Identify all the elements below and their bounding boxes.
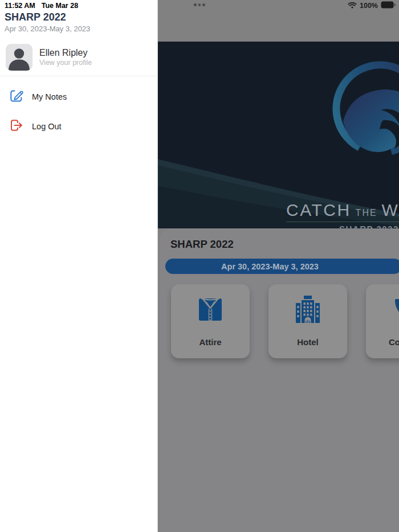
avatar: [6, 44, 32, 71]
menu-item-log-out[interactable]: Log Out: [9, 118, 62, 135]
logout-icon: [9, 118, 24, 135]
status-date: Tue Mar 28: [42, 2, 78, 10]
menu-item-label: My Notes: [32, 92, 67, 101]
side-drawer: 11:52 AM Tue Mar 28 SHARP 2022 Apr 30, 2…: [0, 0, 158, 532]
profile-row[interactable]: Ellen Ripley View your profile: [6, 44, 152, 71]
menu-item-my-notes[interactable]: My Notes: [9, 88, 67, 105]
profile-name: Ellen Ripley: [39, 47, 92, 58]
divider: [0, 76, 157, 76]
compose-icon: [9, 88, 24, 105]
event-dates: Apr 30, 2023-May 3, 2023: [5, 24, 90, 33]
event-title: SHARP 2022: [5, 11, 66, 23]
menu-item-label: Log Out: [32, 122, 62, 131]
status-bar-left: 11:52 AM Tue Mar 28: [5, 2, 78, 10]
profile-link: View your profile: [39, 58, 92, 67]
status-time: 11:52 AM: [5, 2, 35, 10]
screen: 100%: [0, 0, 399, 532]
